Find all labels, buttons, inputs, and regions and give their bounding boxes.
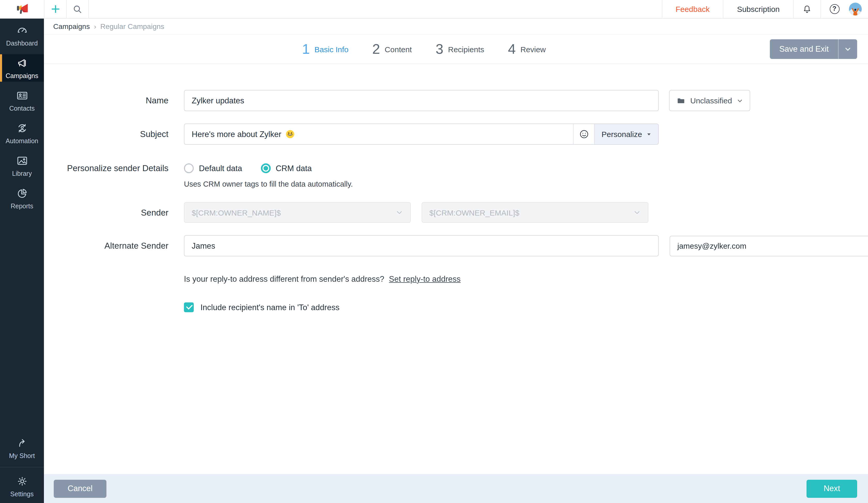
sidebar-divider (0, 467, 44, 467)
save-and-exit-split-button: Save and Exit (770, 39, 857, 59)
sidebar-item-my-shortcuts[interactable]: My Short (0, 434, 44, 462)
user-avatar[interactable] (849, 3, 862, 16)
feedback-link[interactable]: Feedback (662, 0, 723, 18)
sender-fields: $[CRM:OWNER_NAME]$ $[CRM:OWNER_EMAIL]$ (184, 202, 648, 223)
name-row: Name Unclassified (44, 90, 868, 111)
sidebar-item-label: Contacts (9, 105, 35, 112)
sidebar-item-label: Dashboard (6, 40, 38, 47)
sender-email-select: $[CRM:OWNER_EMAIL]$ (422, 202, 648, 223)
save-and-exit-menu-button[interactable] (838, 39, 857, 59)
shortcut-arrow-icon (16, 437, 28, 449)
search-button[interactable] (67, 0, 88, 18)
radio-icon (184, 163, 194, 173)
app-logo[interactable] (0, 0, 44, 18)
sender-row: Sender $[CRM:OWNER_NAME]$ $[CRM:OWNER_EM… (44, 202, 868, 223)
subject-input[interactable]: Here's more about Zylker (185, 124, 573, 144)
notifications-bell-icon (802, 4, 812, 14)
contacts-card-icon (16, 89, 28, 102)
step-label: Recipients (448, 45, 484, 53)
grinning-face-emoji (285, 129, 295, 139)
smiley-outline-icon (578, 129, 589, 140)
notifications-button[interactable] (794, 0, 820, 18)
settings-gear-icon (16, 475, 28, 487)
name-fields: Unclassified (184, 90, 750, 111)
reports-pie-icon (16, 187, 28, 199)
personalize-button[interactable]: Personalize (594, 124, 658, 144)
save-and-exit-button[interactable]: Save and Exit (770, 39, 838, 59)
personalize-label: Personalize (602, 130, 642, 138)
zoho-campaigns-app: Feedback Subscription (0, 0, 868, 503)
alternate-sender-email-value: jamesy@zylker.com (677, 242, 746, 250)
sender-personalization-row: Personalize sender Details Default data … (44, 163, 868, 173)
sender-email-value: $[CRM:OWNER_EMAIL]$ (429, 208, 519, 217)
step-content[interactable]: 2 Content (372, 42, 412, 56)
caret-down-icon (646, 132, 651, 137)
breadcrumb-campaigns[interactable]: Campaigns (53, 22, 90, 31)
sidebar-item-contacts[interactable]: Contacts (0, 87, 44, 114)
radio-label: Default data (199, 164, 242, 173)
sidebar-item-label: Library (12, 170, 32, 177)
folder-dropdown[interactable]: Unclassified (669, 90, 750, 111)
library-image-icon (16, 154, 28, 167)
cancel-button[interactable]: Cancel (54, 480, 106, 497)
subscription-link[interactable]: Subscription (724, 0, 793, 18)
radio-default-data[interactable]: Default data (184, 163, 242, 173)
sidebar-item-label: My Short (9, 452, 35, 459)
alternate-sender-email-select[interactable]: jamesy@zylker.com (670, 235, 868, 256)
sidebar-item-dashboard[interactable]: Dashboard (0, 22, 44, 49)
step-basic-info[interactable]: 1 Basic Info (302, 42, 349, 56)
create-new-button[interactable] (44, 0, 66, 18)
sidebar-item-campaigns[interactable]: Campaigns (0, 54, 44, 82)
wizard-steps: 1 Basic Info 2 Content 3 Recipients 4 Re… (302, 42, 546, 56)
set-reply-to-link[interactable]: Set reply-to address (389, 275, 461, 284)
step-number: 2 (372, 42, 380, 56)
campaigns-megaphone-icon (16, 57, 28, 69)
alternate-sender-row: Alternate Sender jamesy@zylker.com (44, 235, 868, 256)
step-number: 4 (508, 42, 516, 56)
step-label: Review (520, 45, 546, 53)
chevron-down-icon (844, 45, 851, 53)
include-recipient-checkbox[interactable] (184, 302, 194, 312)
step-label: Basic Info (314, 45, 349, 53)
subject-row: Subject Here's more about Zylker (44, 124, 868, 145)
reply-to-question: Is your reply-to address different from … (184, 275, 384, 284)
sidebar-item-label: Automation (6, 137, 38, 144)
sidebar-item-label: Reports (11, 202, 33, 209)
sidebar-item-automation[interactable]: Automation (0, 120, 44, 147)
main-content: Campaigns › Regular Campaigns 1 Basic In… (44, 19, 868, 474)
sender-personalization-options: Default data CRM data (184, 163, 330, 173)
step-number: 3 (435, 42, 443, 56)
radio-label: CRM data (276, 164, 312, 173)
sidebar-item-reports[interactable]: Reports (0, 185, 44, 212)
sender-name-value: $[CRM:OWNER_NAME]$ (192, 208, 281, 217)
help-button[interactable] (821, 0, 848, 18)
megaphone-logo-icon (15, 2, 29, 16)
chevron-down-icon (396, 209, 403, 216)
top-bar: Feedback Subscription (0, 0, 868, 19)
automation-person-cycle-icon (16, 122, 28, 134)
name-label: Name (44, 96, 168, 105)
sidebar-item-settings[interactable]: Settings (0, 472, 44, 500)
next-button[interactable]: Next (807, 480, 857, 497)
alternate-sender-fields: jamesy@zylker.com (184, 235, 868, 256)
step-recipients[interactable]: 3 Recipients (435, 42, 484, 56)
subject-fields: Here's more about Zylker (184, 124, 659, 145)
topbar-right-group: Feedback Subscription (662, 0, 868, 18)
campaign-name-input[interactable] (184, 90, 659, 111)
sidebar-item-label: Settings (10, 490, 34, 497)
footer-action-bar: Cancel Next (44, 474, 868, 503)
subject-box: Here's more about Zylker (184, 124, 659, 145)
radio-crm-data[interactable]: CRM data (261, 163, 312, 173)
sender-name-select: $[CRM:OWNER_NAME]$ (184, 202, 411, 223)
include-recipient-label: Include recipient's name in 'To' address (200, 303, 340, 312)
alternate-sender-name-input[interactable] (184, 235, 659, 256)
step-number: 1 (302, 42, 310, 56)
search-icon (72, 4, 83, 14)
wizard-step-bar: 1 Basic Info 2 Content 3 Recipients 4 Re… (44, 35, 868, 64)
basic-info-form: Name Unclassified Subject (44, 64, 868, 312)
topbar-divider (88, 0, 89, 18)
emoji-picker-button[interactable] (573, 124, 594, 144)
breadcrumb: Campaigns › Regular Campaigns (44, 19, 868, 35)
sidebar-item-library[interactable]: Library (0, 152, 44, 179)
step-review[interactable]: 4 Review (508, 42, 546, 56)
